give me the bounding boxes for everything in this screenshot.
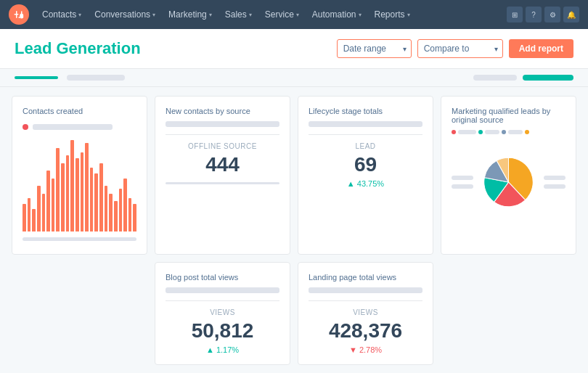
bar-segment [46, 171, 50, 231]
bar-segment [114, 201, 118, 231]
blog-up-icon: ▲ [206, 345, 214, 354]
filter-teal-indicator [523, 75, 573, 81]
nc-skel-1 [166, 121, 279, 127]
page-header: Lead Generation Date range Last 7 days L… [0, 29, 588, 69]
svg-point-0 [9, 4, 29, 25]
chart-x-axis [23, 234, 136, 244]
lifecycle-label: LEAD [309, 142, 422, 150]
legend-item-4 [544, 184, 565, 189]
lifecycle-change: ▲ 43.75% [309, 179, 422, 188]
svg-rect-3 [15, 14, 19, 15]
contacts-created-title: Contacts created [23, 107, 136, 115]
lc-divider [309, 134, 422, 135]
landing-value: 428,376 [309, 319, 422, 343]
compare-wrapper: Compare to Previous period Previous year [417, 39, 503, 58]
filter-active-indicator [15, 76, 58, 79]
bar-segment [105, 186, 108, 231]
bar-segment [90, 168, 94, 231]
landing-label: VIEWS [309, 308, 422, 316]
blog-skel [166, 287, 279, 293]
bar-segment [109, 194, 113, 232]
svg-point-1 [20, 15, 23, 19]
bar-segment [99, 163, 103, 232]
nav-search-btn[interactable]: ⊞ [507, 7, 523, 22]
hubspot-logo [9, 4, 29, 25]
date-range-select[interactable]: Date range Last 7 days Last 30 days Last… [337, 39, 412, 58]
contacts-legend-line [33, 124, 113, 130]
bar-segment [61, 163, 65, 232]
pie-chart-container [452, 139, 565, 226]
blog-card: Blog post total views VIEWS 50,812 ▲ 1.1… [155, 262, 290, 365]
bar-chart [23, 137, 136, 231]
filter-right-pill [473, 75, 517, 81]
bar-segment [28, 198, 31, 231]
up-arrow-icon: ▲ [347, 179, 355, 188]
add-report-button[interactable]: Add report [509, 39, 573, 58]
bar-segment [94, 173, 98, 231]
lifecycle-card: Lifecycle stage totals LEAD 69 ▲ 43.75% [298, 96, 433, 255]
mql-title: Marketing qualified leads by original so… [452, 107, 565, 124]
bar-segment [128, 198, 132, 231]
filter-bar [0, 69, 588, 87]
source-dot-1 [452, 130, 456, 134]
landing-skel [309, 287, 422, 293]
bar-segment [123, 179, 127, 232]
blog-value: 50,812 [166, 319, 279, 343]
legend-item-2 [452, 184, 473, 189]
source-dot-4 [525, 130, 529, 134]
filter-placeholder-1 [67, 75, 125, 81]
pie-right-legend [544, 176, 565, 189]
new-contacts-card: New contacts by source OFFLINE SOURCE 44… [155, 96, 290, 255]
blog-label: VIEWS [166, 308, 279, 316]
landing-down-icon: ▼ [349, 345, 357, 354]
source-dots [452, 130, 565, 134]
compare-select[interactable]: Compare to Previous period Previous year [417, 39, 503, 58]
new-contacts-label: OFFLINE SOURCE [166, 142, 279, 150]
nav-icon-group: ⊞ ? ⚙ 🔔 [507, 7, 579, 22]
source-line-1 [458, 130, 476, 134]
legend-item-1 [452, 176, 473, 180]
lifecycle-value: 69 [309, 153, 422, 176]
nav-conversations[interactable]: Conversations ▾ [89, 7, 161, 22]
legend-item-3 [544, 176, 565, 180]
dashboard-grid: Contacts created New contacts by source … [0, 87, 588, 373]
nav-contacts[interactable]: Contacts ▾ [36, 7, 87, 22]
blog-title: Blog post total views [166, 273, 279, 282]
bar-segment [133, 204, 136, 231]
source-line-3 [508, 130, 523, 134]
landing-change: ▼ 2.78% [309, 345, 422, 354]
pie-chart-svg [479, 139, 538, 226]
nav-help-btn[interactable]: ? [526, 7, 542, 22]
bar-segment [52, 179, 55, 232]
bar-segment [42, 194, 46, 232]
header-actions: Date range Last 7 days Last 30 days Last… [337, 39, 573, 58]
bar-segment [23, 204, 26, 231]
filter-right-actions [473, 75, 573, 81]
lifecycle-title: Lifecycle stage totals [309, 107, 422, 115]
bar-segment [75, 158, 79, 231]
nav-notifications-btn[interactable]: 🔔 [563, 7, 579, 22]
bar-segment [70, 140, 74, 231]
nav-reports[interactable]: Reports ▾ [369, 7, 416, 22]
nav-settings-btn[interactable]: ⚙ [544, 7, 560, 22]
nav-service[interactable]: Service ▾ [259, 7, 305, 22]
bar-segment [37, 186, 41, 231]
bar-segment [56, 148, 60, 232]
bar-segment [119, 189, 123, 231]
blog-change: ▲ 1.17% [166, 345, 279, 354]
nav-automation[interactable]: Automation ▾ [306, 7, 367, 22]
blog-divider [166, 300, 279, 301]
nav-marketing[interactable]: Marketing ▾ [163, 7, 218, 22]
contacts-dot [23, 124, 28, 130]
bar-segment [85, 143, 89, 231]
source-dot-3 [502, 130, 506, 134]
date-range-wrapper: Date range Last 7 days Last 30 days Last… [337, 39, 412, 58]
new-contacts-value: 444 [166, 153, 279, 176]
pie-left-legend [452, 176, 473, 189]
nc-bar [166, 182, 279, 184]
lc-skel-1 [309, 121, 422, 127]
landing-divider [309, 300, 422, 301]
landing-title: Landing page total views [309, 273, 422, 282]
bar-segment [66, 155, 70, 231]
nav-sales[interactable]: Sales ▾ [219, 7, 258, 22]
